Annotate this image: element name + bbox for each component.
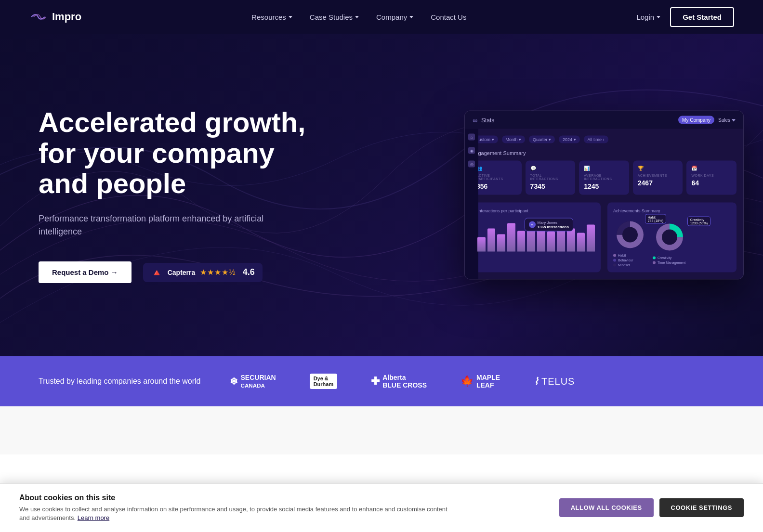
hero-subtitle: Performance transformation platform enha…: [39, 212, 308, 238]
filter-year: 2024 ▾: [559, 136, 580, 143]
securian-icon: ❄: [230, 376, 238, 387]
capterra-rating: ★★★★½: [200, 268, 236, 277]
sidebar-chart-icon: ◉: [468, 147, 475, 154]
engagement-section-title: Engagement Summary: [472, 150, 737, 156]
stat-achievements: 🏆 ACHIEVEMENTS 2467: [633, 161, 683, 195]
svg-point-3: [662, 230, 677, 245]
stat-active-participants: 👥 ACTIVE PARTICIPANTS 356: [472, 161, 522, 195]
bar: [487, 229, 496, 252]
bar-chart: M Mary Jones 1365 interactions: [477, 218, 595, 257]
bar: [477, 237, 486, 251]
pie-charts-row: Habit785 (18%): [613, 218, 731, 267]
chevron-down-icon: [409, 16, 413, 18]
bar: [507, 223, 515, 252]
get-started-button[interactable]: Get Started: [670, 7, 734, 27]
pie2-legend: Creativity Time Management: [653, 256, 686, 264]
chevron-down-icon: [657, 16, 660, 18]
nav-links: Resources Case Studies Company Contact U…: [251, 13, 466, 21]
capterra-stars: ★★★★½: [200, 268, 236, 277]
capterra-badge: 🔺 Capterra ★★★★½ 4.6: [143, 263, 263, 282]
bar: [587, 224, 595, 251]
sales-tag: Sales: [718, 117, 736, 123]
bar: [567, 229, 575, 252]
sales-chevron-icon: [732, 119, 736, 122]
capterra-icon: 🔺: [151, 267, 163, 278]
demo-button[interactable]: Request a Demo →: [39, 261, 132, 283]
dashboard-window: ∞ Stats My Company Sales ⌂ ◉ ◎: [464, 111, 744, 280]
navbar: Impro Resources Case Studies Company Con…: [0, 0, 763, 34]
nav-right: Login Get Started: [636, 7, 734, 27]
creativity-achievement-tag: Creativity1233 (50%): [687, 217, 710, 226]
achievements-chart-title: Achievements Summary: [613, 208, 731, 213]
dash-header: ∞ Stats My Company Sales: [465, 111, 743, 129]
maple-leaf-icon: 🍁: [460, 375, 474, 388]
filter-alltime: All time ›: [584, 136, 608, 143]
logo-maple-leaf: 🍁 MAPLELEAF: [460, 374, 500, 389]
bar: [517, 231, 526, 251]
pie1-legend: Habit Behaviour Mindset: [613, 254, 647, 267]
dash-main-content: Custom ▾ Month ▾ Quarter ▾ 2024 ▾ All ti…: [465, 129, 743, 279]
blue-cross-icon: ✚: [371, 375, 380, 388]
work-days-icon: 📅: [691, 166, 732, 171]
svg-point-1: [622, 227, 638, 243]
login-button[interactable]: Login: [636, 13, 660, 21]
total-interactions-icon: 💬: [530, 166, 571, 171]
avg-interactions-icon: 📊: [584, 166, 624, 171]
logo-blue-cross: ✚ AlbertaBLUE CROSS: [371, 374, 427, 389]
pie-chart-1: Habit785 (18%): [613, 218, 647, 267]
chevron-down-icon: [289, 16, 292, 18]
interactions-chart: Interactions per participant M Mary Jone…: [472, 203, 601, 272]
logo-dye-durham: Dye &Durham: [310, 374, 338, 389]
dash-logo-icon: ∞: [473, 116, 477, 124]
tooltip-name: Mary Jones: [538, 221, 569, 225]
logo-text: Impro: [52, 11, 81, 23]
logo-telus: ⌇ TELUS: [534, 376, 575, 387]
my-company-tag: My Company: [678, 116, 714, 124]
tooltip-value: 1365 interactions: [538, 225, 569, 229]
active-participants-icon: 👥: [476, 166, 517, 171]
logos-row: ❄ SECURIANCANADA Dye &Durham ✚ AlbertaBL…: [230, 374, 725, 389]
nav-company[interactable]: Company: [376, 13, 413, 21]
nav-case-studies[interactable]: Case Studies: [310, 13, 359, 21]
dash-sidebar: ⌂ ◉ ◎: [465, 129, 478, 279]
capterra-name: Capterra: [168, 269, 196, 276]
sidebar-home-icon: ⌂: [468, 134, 475, 141]
stats-grid: 👥 ACTIVE PARTICIPANTS 356 💬 TOTAL INTERA…: [472, 161, 737, 195]
nav-contact[interactable]: Contact Us: [431, 13, 466, 21]
nav-resources[interactable]: Resources: [251, 13, 292, 21]
charts-row: Interactions per participant M Mary Jone…: [472, 203, 737, 272]
bar-tooltip: M Mary Jones 1365 interactions: [525, 218, 573, 232]
stat-work-days: 📅 WORK DAYS 64: [686, 161, 737, 195]
dash-with-sidebar: ⌂ ◉ ◎ Custom ▾ Month ▾ Quarter ▾ 2024 ▾ …: [465, 129, 743, 279]
logo-securian: ❄ SECURIANCANADA: [230, 374, 276, 389]
bar: [497, 234, 505, 251]
trusted-section: Trusted by leading companies around the …: [0, 356, 763, 406]
hero-ctas: Request a Demo → 🔺 Capterra ★★★★½ 4.6: [39, 261, 308, 283]
capterra-score: 4.6: [243, 267, 255, 277]
chevron-down-icon: [355, 16, 359, 18]
filter-quarter: Quarter ▾: [529, 136, 555, 143]
filter-month: Month ▾: [502, 136, 526, 143]
tooltip-avatar: M: [529, 221, 536, 228]
interactions-chart-title: Interactions per participant: [477, 208, 595, 213]
dash-title-text: Stats: [481, 117, 494, 123]
sidebar-eye-icon: ◎: [468, 161, 475, 168]
pie-chart-2: Creativity1233 (50%): [653, 221, 686, 264]
hero-title: Accelerated growth, for your company and…: [39, 107, 308, 199]
stat-avg-interactions: 📊 AVERAGE INTERACTIONS 1245: [579, 161, 629, 195]
hero-section: Accelerated growth, for your company and…: [0, 34, 763, 356]
achievements-icon: 🏆: [638, 166, 678, 171]
dashboard-preview: ∞ Stats My Company Sales ⌂ ◉ ◎: [464, 111, 744, 280]
filter-row: Custom ▾ Month ▾ Quarter ▾ 2024 ▾ All ti…: [472, 136, 737, 143]
bar: [547, 232, 555, 252]
telus-icon: ⌇: [534, 376, 539, 387]
hero-content: Accelerated growth, for your company and…: [39, 107, 308, 283]
bar: [577, 233, 585, 252]
stat-total-interactions: 💬 TOTAL INTERACTIONS 7345: [526, 161, 576, 195]
trusted-text: Trusted by leading companies around the …: [39, 376, 201, 387]
logo[interactable]: Impro: [29, 11, 81, 23]
achievements-chart: Achievements Summary Habit785 (18%): [607, 203, 737, 272]
white-section: [0, 406, 763, 454]
